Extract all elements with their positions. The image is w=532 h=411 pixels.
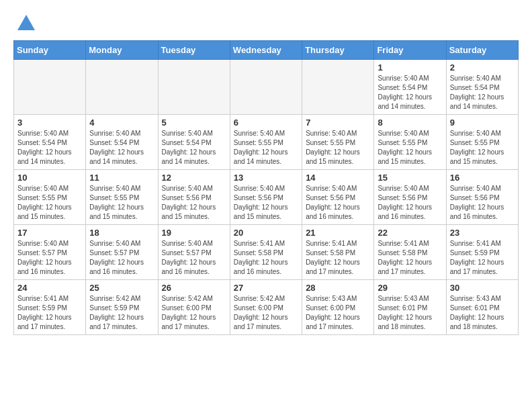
calendar-cell: 14Sunrise: 5:40 AM Sunset: 5:56 PM Dayli… (302, 170, 374, 225)
day-info: Sunrise: 5:40 AM Sunset: 5:57 PM Dayligh… (17, 239, 82, 277)
calendar-cell: 18Sunrise: 5:40 AM Sunset: 5:57 PM Dayli… (86, 225, 158, 280)
calendar-cell: 19Sunrise: 5:40 AM Sunset: 5:57 PM Dayli… (158, 225, 230, 280)
day-number: 14 (306, 173, 370, 183)
calendar-cell: 6Sunrise: 5:40 AM Sunset: 5:55 PM Daylig… (230, 115, 302, 170)
column-header-monday: Monday (86, 41, 158, 60)
day-info: Sunrise: 5:40 AM Sunset: 5:56 PM Dayligh… (450, 184, 515, 222)
day-info: Sunrise: 5:41 AM Sunset: 5:58 PM Dayligh… (306, 239, 370, 277)
day-number: 3 (17, 118, 82, 128)
calendar-cell: 5Sunrise: 5:40 AM Sunset: 5:54 PM Daylig… (158, 115, 230, 170)
calendar-cell: 17Sunrise: 5:40 AM Sunset: 5:57 PM Dayli… (14, 225, 86, 280)
day-number: 26 (162, 283, 226, 293)
day-info: Sunrise: 5:42 AM Sunset: 6:00 PM Dayligh… (234, 294, 298, 332)
day-number: 19 (162, 228, 226, 238)
column-header-tuesday: Tuesday (158, 41, 230, 60)
calendar-cell: 15Sunrise: 5:40 AM Sunset: 5:56 PM Dayli… (374, 170, 446, 225)
day-number: 30 (450, 283, 515, 293)
calendar-cell: 30Sunrise: 5:43 AM Sunset: 6:01 PM Dayli… (446, 280, 518, 335)
day-info: Sunrise: 5:41 AM Sunset: 5:58 PM Dayligh… (378, 239, 442, 277)
day-number: 2 (450, 62, 515, 73)
header (13, 13, 519, 34)
calendar-cell: 22Sunrise: 5:41 AM Sunset: 5:58 PM Dayli… (374, 225, 446, 280)
day-number: 11 (89, 173, 154, 183)
calendar-cell: 13Sunrise: 5:40 AM Sunset: 5:56 PM Dayli… (230, 170, 302, 225)
day-number: 22 (378, 228, 442, 238)
day-info: Sunrise: 5:42 AM Sunset: 6:00 PM Dayligh… (162, 294, 226, 332)
calendar-cell: 9Sunrise: 5:40 AM Sunset: 5:55 PM Daylig… (446, 115, 518, 170)
day-info: Sunrise: 5:43 AM Sunset: 6:01 PM Dayligh… (378, 294, 442, 332)
calendar-cell: 8Sunrise: 5:40 AM Sunset: 5:55 PM Daylig… (374, 115, 446, 170)
day-number: 18 (89, 228, 154, 238)
day-info: Sunrise: 5:40 AM Sunset: 5:55 PM Dayligh… (450, 129, 515, 167)
day-info: Sunrise: 5:40 AM Sunset: 5:57 PM Dayligh… (162, 239, 226, 277)
column-header-friday: Friday (374, 41, 446, 60)
week-row-0: 1Sunrise: 5:40 AM Sunset: 5:54 PM Daylig… (14, 60, 519, 115)
day-number: 13 (234, 173, 298, 183)
day-info: Sunrise: 5:43 AM Sunset: 6:00 PM Dayligh… (306, 294, 370, 332)
day-info: Sunrise: 5:40 AM Sunset: 5:56 PM Dayligh… (378, 184, 442, 222)
calendar-cell: 11Sunrise: 5:40 AM Sunset: 5:55 PM Dayli… (86, 170, 158, 225)
logo-icon (16, 13, 36, 34)
day-info: Sunrise: 5:41 AM Sunset: 5:59 PM Dayligh… (450, 239, 515, 277)
day-number: 29 (378, 283, 442, 293)
week-row-1: 3Sunrise: 5:40 AM Sunset: 5:54 PM Daylig… (14, 115, 519, 170)
calendar-cell: 26Sunrise: 5:42 AM Sunset: 6:00 PM Dayli… (158, 280, 230, 335)
calendar-cell: 4Sunrise: 5:40 AM Sunset: 5:54 PM Daylig… (86, 115, 158, 170)
day-number: 17 (17, 228, 82, 238)
calendar-cell: 23Sunrise: 5:41 AM Sunset: 5:59 PM Dayli… (446, 225, 518, 280)
calendar-cell: 25Sunrise: 5:42 AM Sunset: 5:59 PM Dayli… (86, 280, 158, 335)
day-number: 23 (450, 228, 515, 238)
day-info: Sunrise: 5:40 AM Sunset: 5:56 PM Dayligh… (234, 184, 298, 222)
calendar-header: SundayMondayTuesdayWednesdayThursdayFrid… (14, 41, 519, 60)
day-info: Sunrise: 5:40 AM Sunset: 5:55 PM Dayligh… (306, 129, 370, 167)
column-header-sunday: Sunday (14, 41, 86, 60)
day-info: Sunrise: 5:40 AM Sunset: 5:54 PM Dayligh… (378, 74, 442, 111)
day-info: Sunrise: 5:42 AM Sunset: 5:59 PM Dayligh… (89, 294, 154, 332)
day-info: Sunrise: 5:40 AM Sunset: 5:55 PM Dayligh… (378, 129, 442, 167)
calendar-cell: 24Sunrise: 5:41 AM Sunset: 5:59 PM Dayli… (14, 280, 86, 335)
day-number: 9 (450, 118, 515, 128)
day-number: 4 (89, 118, 154, 128)
day-number: 25 (89, 283, 154, 293)
day-info: Sunrise: 5:40 AM Sunset: 5:57 PM Dayligh… (89, 239, 154, 277)
day-info: Sunrise: 5:40 AM Sunset: 5:54 PM Dayligh… (162, 129, 226, 167)
day-info: Sunrise: 5:40 AM Sunset: 5:55 PM Dayligh… (89, 184, 154, 222)
calendar-cell: 3Sunrise: 5:40 AM Sunset: 5:54 PM Daylig… (14, 115, 86, 170)
calendar-cell: 28Sunrise: 5:43 AM Sunset: 6:00 PM Dayli… (302, 280, 374, 335)
calendar-cell: 10Sunrise: 5:40 AM Sunset: 5:55 PM Dayli… (14, 170, 86, 225)
calendar-body: 1Sunrise: 5:40 AM Sunset: 5:54 PM Daylig… (14, 60, 519, 335)
calendar-cell: 2Sunrise: 5:40 AM Sunset: 5:54 PM Daylig… (446, 60, 518, 115)
calendar-cell: 7Sunrise: 5:40 AM Sunset: 5:55 PM Daylig… (302, 115, 374, 170)
calendar-cell (302, 60, 374, 115)
week-row-4: 24Sunrise: 5:41 AM Sunset: 5:59 PM Dayli… (14, 280, 519, 335)
calendar-cell: 27Sunrise: 5:42 AM Sunset: 6:00 PM Dayli… (230, 280, 302, 335)
calendar-cell: 29Sunrise: 5:43 AM Sunset: 6:01 PM Dayli… (374, 280, 446, 335)
logo (13, 13, 36, 34)
calendar-cell: 16Sunrise: 5:40 AM Sunset: 5:56 PM Dayli… (446, 170, 518, 225)
day-info: Sunrise: 5:40 AM Sunset: 5:54 PM Dayligh… (17, 129, 82, 167)
day-number: 20 (234, 228, 298, 238)
day-number: 12 (162, 173, 226, 183)
week-row-3: 17Sunrise: 5:40 AM Sunset: 5:57 PM Dayli… (14, 225, 519, 280)
day-info: Sunrise: 5:40 AM Sunset: 5:56 PM Dayligh… (306, 184, 370, 222)
week-row-2: 10Sunrise: 5:40 AM Sunset: 5:55 PM Dayli… (14, 170, 519, 225)
day-number: 8 (378, 118, 442, 128)
day-number: 6 (234, 118, 298, 128)
day-number: 10 (17, 173, 82, 183)
day-number: 5 (162, 118, 226, 128)
day-number: 15 (378, 173, 442, 183)
day-info: Sunrise: 5:41 AM Sunset: 5:59 PM Dayligh… (17, 294, 82, 332)
column-header-thursday: Thursday (302, 41, 374, 60)
day-number: 1 (378, 62, 442, 73)
calendar-cell (86, 60, 158, 115)
column-header-wednesday: Wednesday (230, 41, 302, 60)
day-number: 28 (306, 283, 370, 293)
day-info: Sunrise: 5:40 AM Sunset: 5:55 PM Dayligh… (17, 184, 82, 222)
day-info: Sunrise: 5:40 AM Sunset: 5:55 PM Dayligh… (234, 129, 298, 167)
day-info: Sunrise: 5:40 AM Sunset: 5:54 PM Dayligh… (450, 74, 515, 111)
calendar-cell (230, 60, 302, 115)
calendar-cell: 21Sunrise: 5:41 AM Sunset: 5:58 PM Dayli… (302, 225, 374, 280)
day-info: Sunrise: 5:43 AM Sunset: 6:01 PM Dayligh… (450, 294, 515, 332)
calendar-cell: 20Sunrise: 5:41 AM Sunset: 5:58 PM Dayli… (230, 225, 302, 280)
day-info: Sunrise: 5:41 AM Sunset: 5:58 PM Dayligh… (234, 239, 298, 277)
